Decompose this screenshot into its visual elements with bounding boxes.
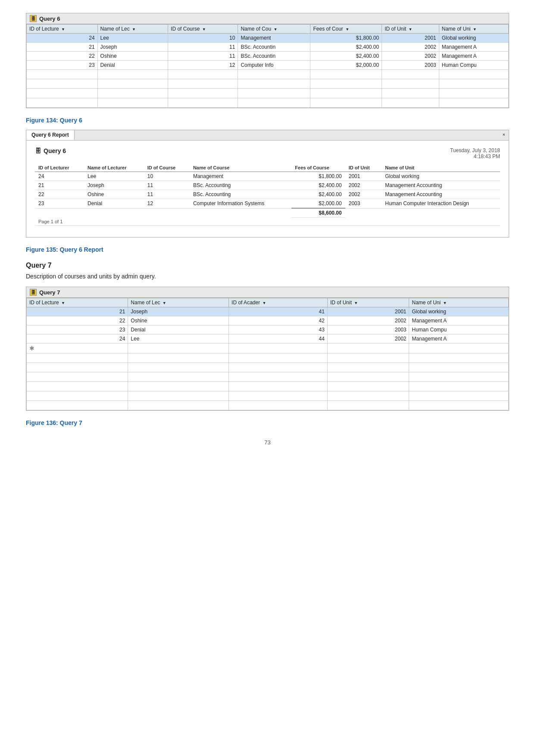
report-col-fees: Fees of Course [291,164,345,172]
cell-course-id: 12 [168,61,238,70]
cell-unit-name: Global working [409,307,509,316]
table-row [27,391,509,401]
table-row[interactable]: 24 Lee 44 2002 Management A [27,334,509,344]
query6-window: 🗄 Query 6 ID of Lecture ▼ Name of Lec ▼ … [26,13,509,108]
cell-lect-name: Lee [84,172,144,181]
q7-col-id-lecture[interactable]: ID of Lecture ▼ [27,298,128,307]
table-row [27,372,509,382]
cell-course-name: BSc. Accounting [190,190,291,199]
table-row[interactable]: 22 Oshine 11 BSc. Accountin $2,400.00 20… [27,52,509,61]
cell-course-name: Computer Info [238,61,310,70]
cell-unit-id: 2002 [382,52,439,61]
cell-fees: $1,800.00 [310,34,382,43]
report-date: Tuesday, July 3, 2018 [450,147,500,153]
cell-unit-name: Management A [409,334,509,344]
cell-lect-name: Denial [84,199,144,209]
filter-arrow-0[interactable]: ▼ [61,27,65,31]
cell-id: 21 [27,43,98,52]
table-row[interactable]: 23 Denial 12 Computer Info $2,000.00 200… [27,61,509,70]
report-window: Query 6 Report × 🗄 Query 6 Tuesday, July… [26,130,509,237]
col-id-lecture[interactable]: ID of Lecture ▼ [27,25,98,34]
cell-lect-name: Joseph [84,181,144,190]
asterisk-cell: ✱ [27,344,128,353]
cell-unit-name: Management A [439,52,508,61]
cell-course-id: 10 [168,34,238,43]
cell-id: 21 [27,307,128,316]
report-col-unit-id: ID of Unit [345,164,382,172]
report-header-row: ID of Lecturer Name of Lecturer ID of Co… [35,164,500,172]
query7-table: ID of Lecture ▼ Name of Lec ▼ ID of Acad… [26,298,509,410]
report-tab[interactable]: Query 6 Report [26,130,75,140]
report-table: ID of Lecturer Name of Lecturer ID of Co… [35,164,500,226]
q7-filter-2[interactable]: ▼ [263,301,266,305]
cell-unit-name: Management A [409,316,509,325]
cell-name: Oshine [128,316,229,325]
cell-lect-id: 21 [35,181,84,190]
report-tab-bar: Query 6 Report × [26,130,509,141]
cell-unit-name: Human Compu [409,325,509,334]
q7-col-id-unit[interactable]: ID of Unit ▼ [327,298,409,307]
q7-col-name-lec[interactable]: Name of Lec ▼ [128,298,229,307]
filter-arrow-6[interactable]: ▼ [473,27,477,31]
cell-course-name: Computer Information Systems [190,199,291,209]
cell-course-name: BSc. Accountin [238,52,310,61]
report-col-lect-name: Name of Lecturer [84,164,144,172]
table-row-new[interactable]: ✱ [27,344,509,353]
table-row: 21 Joseph 11 BSc. Accounting $2,400.00 2… [35,181,500,190]
table-row [27,70,509,79]
table-row[interactable]: 21 Joseph 41 2001 Global working [27,307,509,316]
cell-name: Denial [128,325,229,334]
table-row[interactable]: 23 Denial 43 2003 Human Compu [27,325,509,334]
report-db-icon: 🗄 [35,147,41,154]
cell-course-name: Management [238,34,310,43]
filter-arrow-4[interactable]: ▼ [345,27,349,31]
q7-filter-3[interactable]: ▼ [354,301,358,305]
query6-header-row: ID of Lecture ▼ Name of Lec ▼ ID of Cour… [27,25,509,34]
cell-course-name: Management [190,172,291,181]
table-row [27,353,509,363]
q7-filter-1[interactable]: ▼ [163,301,166,305]
cell-fees: $2,000.00 [291,199,345,209]
table-row: 23 Denial 12 Computer Information System… [35,199,500,209]
cell-fees: $2,400.00 [291,181,345,190]
cell-id: 23 [27,325,128,334]
col-id-course[interactable]: ID of Course ▼ [168,25,238,34]
report-page-row: Page 1 of 1 [35,218,500,226]
figure135-caption: Figure 135: Query 6 Report [26,246,509,253]
col-name-lec[interactable]: Name of Lec ▼ [97,25,168,34]
q7-filter-4[interactable]: ▼ [443,301,447,305]
report-title: Query 6 [44,147,66,154]
cell-course-name: BSc. Accountin [238,43,310,52]
report-title-block: 🗄 Query 6 [35,147,66,154]
col-fees-cour[interactable]: Fees of Cour ▼ [310,25,382,34]
col-name-uni[interactable]: Name of Uni ▼ [439,25,508,34]
filter-arrow-5[interactable]: ▼ [409,27,413,31]
q7-filter-0[interactable]: ▼ [61,301,65,305]
cell-unit-id: 2001 [382,34,439,43]
cell-unit-id: 2001 [345,172,382,181]
col-name-cou[interactable]: Name of Cou ▼ [238,25,310,34]
cell-name: Oshine [97,52,168,61]
cell-course-name: BSc. Accounting [190,181,291,190]
figure134-caption: Figure 134: Query 6 [26,117,509,124]
cell-acad-id: 44 [229,334,328,344]
q7-col-name-uni[interactable]: Name of Uni ▼ [409,298,509,307]
table-row[interactable]: 22 Oshine 42 2002 Management A [27,316,509,325]
report-content: 🗄 Query 6 Tuesday, July 3, 2018 4:18:43 … [26,141,509,237]
filter-arrow-1[interactable]: ▼ [132,27,136,31]
col-id-unit[interactable]: ID of Unit ▼ [382,25,439,34]
q7-col-id-acader[interactable]: ID of Acader ▼ [229,298,328,307]
table-row: 22 Oshine 11 BSc. Accounting $2,400.00 2… [35,190,500,199]
filter-arrow-3[interactable]: ▼ [273,27,277,31]
report-page: Page 1 of 1 [35,218,500,226]
query7-desc: Description of courses and units by admi… [26,273,509,280]
report-close-button[interactable]: × [499,130,509,140]
table-row[interactable]: 21 Joseph 11 BSc. Accountin $2,400.00 20… [27,43,509,52]
table-row [27,89,509,98]
query7-title: Query 7 [39,289,60,296]
query7-header-row: ID of Lecture ▼ Name of Lec ▼ ID of Acad… [27,298,509,307]
cell-unit-id: 2002 [327,316,409,325]
filter-arrow-2[interactable]: ▼ [202,27,206,31]
cell-lect-id: 22 [35,190,84,199]
table-row[interactable]: 24 Lee 10 Management $1,800.00 2001 Glob… [27,34,509,43]
